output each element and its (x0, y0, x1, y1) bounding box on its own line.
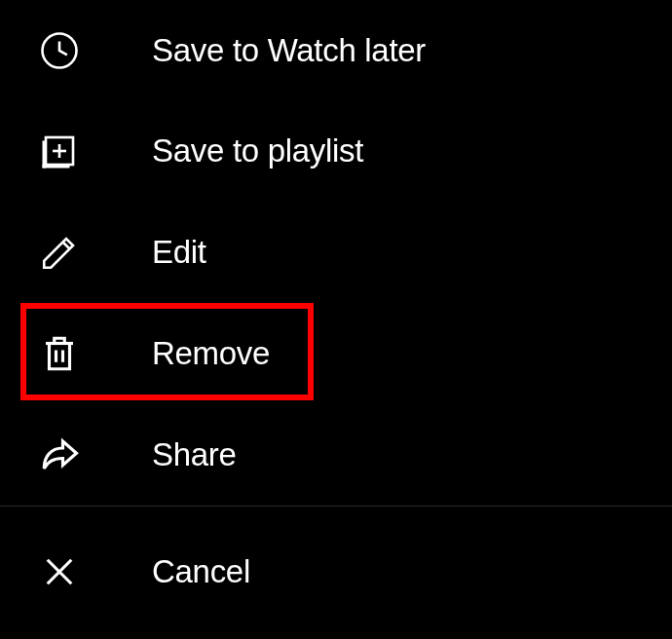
share-arrow-icon (39, 434, 80, 475)
menu-item-label: Save to Watch later (152, 32, 426, 69)
menu-item-label: Remove (152, 335, 270, 372)
menu-item-remove[interactable]: Remove (0, 303, 672, 404)
menu-item-save-playlist[interactable]: Save to playlist (0, 100, 672, 202)
cancel-label: Cancel (152, 553, 250, 590)
context-menu: Save to Watch later Save to playlist Edi… (0, 0, 672, 639)
menu-item-edit[interactable]: Edit (0, 202, 672, 303)
svg-rect-2 (43, 141, 47, 169)
menu-item-label: Save to playlist (152, 132, 363, 169)
close-icon (39, 551, 80, 592)
menu-item-label: Edit (152, 234, 206, 271)
menu-item-share[interactable]: Share (0, 404, 672, 506)
menu-item-label: Share (152, 436, 237, 473)
svg-rect-3 (43, 165, 70, 169)
playlist-add-icon (39, 131, 80, 171)
menu-item-watch-later[interactable]: Save to Watch later (0, 0, 672, 100)
pencil-icon (39, 232, 80, 273)
trash-icon (39, 333, 80, 374)
clock-icon (39, 30, 80, 71)
menu-item-cancel[interactable]: Cancel (0, 507, 672, 637)
svg-line-6 (63, 243, 70, 249)
